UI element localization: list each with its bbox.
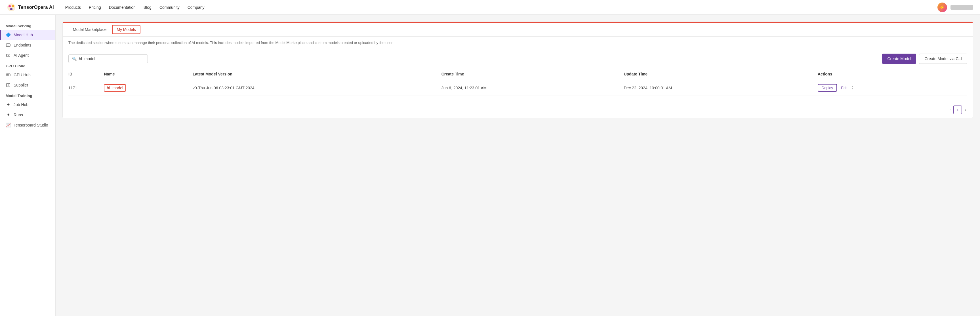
table-header-row: ID Name Latest Model Version Create Time… bbox=[68, 68, 967, 80]
sidebar-item-label: AI Agent bbox=[14, 53, 29, 57]
sidebar-item-gpu-hub[interactable]: GPU Hub bbox=[0, 70, 55, 80]
create-model-button[interactable]: Create Model bbox=[882, 54, 916, 64]
section-title-model-serving: Model Serving bbox=[0, 21, 55, 30]
search-actions-bar: 🔍 Create Model Create Model via CLI bbox=[63, 49, 973, 68]
search-icon: 🔍 bbox=[72, 57, 76, 61]
col-id: ID bbox=[68, 68, 104, 80]
nav-company[interactable]: Company bbox=[188, 5, 205, 10]
avatar[interactable]: ⚡ bbox=[937, 3, 947, 12]
nav-community[interactable]: Community bbox=[159, 5, 180, 10]
action-buttons: Create Model Create Model via CLI bbox=[882, 54, 967, 64]
logo-text: TensorOpera AI bbox=[18, 5, 54, 10]
svg-point-1 bbox=[8, 5, 11, 7]
nav-blog[interactable]: Blog bbox=[143, 5, 151, 10]
sidebar-item-label: Tensorboard Studio bbox=[14, 123, 48, 127]
col-actions: Actions bbox=[818, 68, 967, 80]
svg-rect-7 bbox=[7, 74, 8, 75]
actions-cell: Deploy Edit ⋮ bbox=[818, 84, 967, 92]
runs-icon: ✦ bbox=[6, 112, 11, 118]
models-table: ID Name Latest Model Version Create Time… bbox=[68, 68, 967, 96]
sidebar-section-gpu-cloud: GPU Cloud GPU Hub Supplier bbox=[0, 60, 55, 90]
col-version: Latest Model Version bbox=[192, 68, 441, 80]
top-nav: TensorOpera AI Products Pricing Document… bbox=[0, 0, 980, 15]
section-title-model-training: Model Training bbox=[0, 90, 55, 100]
sidebar-item-supplier[interactable]: Supplier bbox=[0, 80, 55, 90]
gpu-hub-icon bbox=[6, 72, 11, 78]
sidebar-item-label: Runs bbox=[14, 113, 23, 117]
edit-link[interactable]: Edit bbox=[841, 86, 847, 90]
search-box[interactable]: 🔍 bbox=[68, 54, 148, 63]
tensorboard-icon: 📈 bbox=[6, 122, 11, 128]
sidebar-item-runs[interactable]: ✦ Runs bbox=[0, 110, 55, 120]
col-update-time: Update Time bbox=[624, 68, 818, 80]
nav-links: Products Pricing Documentation Blog Comm… bbox=[65, 5, 937, 10]
col-create-time: Create Time bbox=[441, 68, 624, 80]
job-hub-icon: ✦ bbox=[6, 102, 11, 107]
nav-right: ⚡ bbox=[937, 3, 973, 12]
create-model-cli-button[interactable]: Create Model via CLI bbox=[919, 54, 967, 64]
next-page-button[interactable]: › bbox=[964, 106, 967, 113]
nav-products[interactable]: Products bbox=[65, 5, 81, 10]
sidebar: Model Serving 🔷 Model Hub Endpoints AI A… bbox=[0, 15, 56, 316]
logo: TensorOpera AI bbox=[7, 3, 54, 12]
page-1-button[interactable]: 1 bbox=[953, 105, 962, 114]
svg-rect-8 bbox=[8, 74, 9, 75]
description-bar: The dedicated section where users can ma… bbox=[63, 37, 973, 49]
model-name-link[interactable]: hf_model bbox=[104, 84, 126, 92]
sidebar-item-label: Endpoints bbox=[14, 43, 31, 48]
tabs-row: Model Marketplace My Models bbox=[63, 23, 973, 37]
model-hub-icon: 🔷 bbox=[6, 32, 11, 37]
main-card: Model Marketplace My Models The dedicate… bbox=[62, 22, 973, 118]
section-title-gpu-cloud: GPU Cloud bbox=[0, 60, 55, 70]
sidebar-item-label: Model Hub bbox=[14, 33, 33, 37]
table-row: 1171 hf_model v0-Thu Jun 06 03:23:01 GMT… bbox=[68, 80, 967, 96]
deploy-button[interactable]: Deploy bbox=[818, 84, 837, 92]
svg-point-2 bbox=[12, 5, 14, 7]
endpoints-icon bbox=[6, 43, 11, 48]
sidebar-item-tensorboard[interactable]: 📈 Tensorboard Studio bbox=[0, 120, 55, 130]
row-actions: Deploy Edit ⋮ bbox=[818, 80, 967, 96]
row-name: hf_model bbox=[104, 80, 192, 96]
sidebar-item-label: Job Hub bbox=[14, 102, 29, 107]
row-create-time: Jun 6, 2024, 11:23:01 AM bbox=[441, 80, 624, 96]
models-table-wrap: ID Name Latest Model Version Create Time… bbox=[63, 68, 973, 102]
tab-my-models[interactable]: My Models bbox=[112, 25, 140, 34]
prev-page-button[interactable]: ‹ bbox=[948, 106, 952, 113]
sidebar-item-ai-agent[interactable]: AI Agent bbox=[0, 50, 55, 60]
nav-pricing[interactable]: Pricing bbox=[89, 5, 101, 10]
main-content: Model Marketplace My Models The dedicate… bbox=[56, 15, 980, 316]
sidebar-item-label: GPU Hub bbox=[14, 73, 31, 77]
row-update-time: Dec 22, 2024, 10:00:01 AM bbox=[624, 80, 818, 96]
row-version: v0-Thu Jun 06 03:23:01 GMT 2024 bbox=[192, 80, 441, 96]
more-actions-button[interactable]: ⋮ bbox=[850, 85, 855, 91]
layout: Model Serving 🔷 Model Hub Endpoints AI A… bbox=[0, 0, 980, 316]
sidebar-item-job-hub[interactable]: ✦ Job Hub bbox=[0, 100, 55, 110]
sidebar-section-model-serving: Model Serving 🔷 Model Hub Endpoints AI A… bbox=[0, 21, 55, 60]
row-id: 1171 bbox=[68, 80, 104, 96]
sidebar-section-model-training: Model Training ✦ Job Hub ✦ Runs 📈 Tensor… bbox=[0, 90, 55, 130]
tab-model-marketplace[interactable]: Model Marketplace bbox=[68, 23, 111, 36]
nav-documentation[interactable]: Documentation bbox=[109, 5, 135, 10]
description-text: The dedicated section where users can ma… bbox=[68, 41, 393, 45]
logo-icon bbox=[7, 3, 16, 12]
sidebar-item-label: Supplier bbox=[14, 83, 28, 87]
col-name: Name bbox=[104, 68, 192, 80]
svg-point-3 bbox=[10, 8, 13, 10]
sidebar-item-model-hub[interactable]: 🔷 Model Hub bbox=[0, 30, 55, 40]
pagination: ‹ 1 › bbox=[63, 102, 973, 118]
sidebar-item-endpoints[interactable]: Endpoints bbox=[0, 40, 55, 50]
supplier-icon bbox=[6, 83, 11, 88]
ai-agent-icon bbox=[6, 53, 11, 58]
search-input[interactable] bbox=[79, 56, 144, 61]
user-name bbox=[950, 5, 973, 10]
